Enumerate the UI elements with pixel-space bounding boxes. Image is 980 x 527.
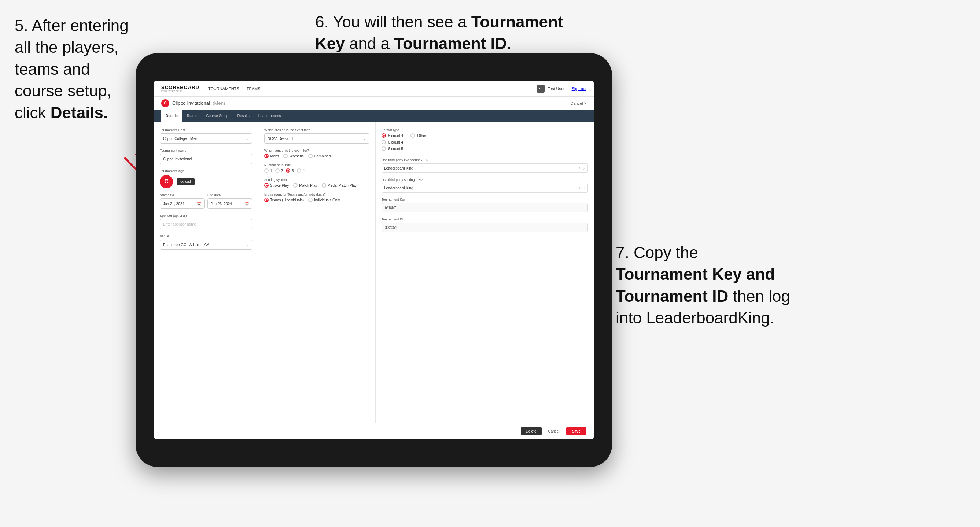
round-1-radio[interactable]	[264, 168, 269, 173]
division-label: Which division is the event for?	[264, 128, 369, 132]
individuals-only[interactable]: Individuals Only	[308, 198, 340, 202]
delete-button[interactable]: Delete	[521, 427, 542, 435]
teams-plus-individuals[interactable]: Teams (+Individuals)	[264, 198, 304, 202]
scoring-radio-group: Stroke Play Match Play Medal Match Play	[264, 183, 369, 187]
scoring-label: Scoring system	[264, 178, 369, 182]
tournament-name-input[interactable]: Clippd Invitational	[160, 154, 252, 164]
third-party-1-label: Use third-party live scoring API?	[382, 158, 588, 162]
main-content: Tournament Host Clippd College - Men Tou…	[154, 122, 594, 422]
tab-results[interactable]: Results	[233, 110, 254, 122]
sponsor-input[interactable]: Enter sponsor name	[160, 219, 252, 229]
calendar-icon: 📅	[197, 202, 201, 206]
round-3-radio[interactable]	[286, 168, 290, 173]
tournament-logo-group: Tournament logo C Upload	[160, 169, 252, 188]
brand-name: SCOREBOARD	[161, 85, 199, 90]
format-group: Format type 5 count 4 6 count 4	[382, 128, 588, 153]
sign-out-link[interactable]: Sign out	[572, 86, 586, 91]
end-date-input[interactable]: Jan 23, 2024 📅	[207, 198, 252, 209]
gender-mens[interactable]: Mens	[264, 154, 279, 158]
sub-header: C Clippd Invitational (Men) Cancel ×	[154, 97, 594, 110]
rounds-label: Number of rounds	[264, 163, 369, 167]
round-3[interactable]: 3	[286, 168, 294, 173]
format-other-radio[interactable]	[410, 133, 415, 138]
third-party-2-group: Use third-party scoring API? Leaderboard…	[382, 178, 588, 193]
gender-womens-radio[interactable]	[283, 154, 288, 158]
tournament-id-label: Tournament ID	[382, 217, 588, 221]
tabs-bar: Details Teams Course Setup Results Leade…	[154, 110, 594, 122]
end-date-label: End date	[207, 194, 252, 197]
nav-tournaments[interactable]: TOURNAMENTS	[208, 86, 239, 91]
tournament-name-group: Tournament name Clippd Invitational	[160, 149, 252, 164]
third-party-1-group: Use third-party live scoring API? Leader…	[382, 158, 588, 173]
format-label: Format type	[382, 128, 588, 132]
scoring-stroke-radio[interactable]	[264, 183, 269, 187]
save-button[interactable]: Save	[566, 427, 586, 435]
nav-right: TU Test User | Sign out	[536, 84, 586, 93]
annotation-top-right: 6. You will then see a Tournament Key an…	[315, 11, 565, 55]
dates-group: Start date Jan 21, 2024 📅 End date Jan 2…	[160, 194, 252, 209]
upload-button[interactable]: Upload	[177, 178, 195, 185]
teams-group: Is this event for Teams and/or Individua…	[264, 193, 369, 202]
tab-details[interactable]: Details	[161, 110, 182, 122]
scoring-match-radio[interactable]	[293, 183, 298, 187]
format-6count5-radio[interactable]	[382, 146, 386, 151]
format-6count4-radio[interactable]	[382, 140, 386, 144]
format-other[interactable]: Other	[410, 133, 426, 138]
gender-womens[interactable]: Womens	[283, 154, 304, 158]
venue-input[interactable]: Peachtree GC - Atlanta - GA	[160, 240, 252, 250]
tournament-icon: C	[161, 99, 169, 107]
sponsor-label: Sponsor (optional)	[160, 214, 252, 217]
division-input[interactable]: NCAA Division III	[264, 133, 369, 144]
gender-combined[interactable]: Combined	[308, 154, 331, 158]
col-right: Format type 5 count 4 6 count 4	[375, 122, 594, 422]
start-date-field: Start date Jan 21, 2024 📅	[160, 194, 205, 209]
third-party-2-label: Use third-party scoring API?	[382, 178, 588, 182]
top-nav: SCOREBOARD Powered by clippd TOURNAMENTS…	[154, 81, 594, 97]
tab-teams[interactable]: Teams	[182, 110, 202, 122]
scoring-match[interactable]: Match Play	[293, 183, 317, 187]
gender-combined-radio[interactable]	[308, 154, 313, 158]
logo-circle: C	[160, 175, 173, 188]
round-2[interactable]: 2	[275, 168, 283, 173]
tournament-host-group: Tournament Host Clippd College - Men	[160, 128, 252, 144]
round-4-radio[interactable]	[297, 168, 301, 173]
nav-teams[interactable]: TEAMS	[247, 86, 261, 91]
tournament-title: Clippd Invitational (Men)	[172, 100, 570, 106]
round-2-radio[interactable]	[275, 168, 280, 173]
start-date-input[interactable]: Jan 21, 2024 📅	[160, 198, 205, 209]
scoring-stroke[interactable]: Stroke Play	[264, 183, 289, 187]
gender-mens-radio[interactable]	[264, 154, 269, 158]
format-6count4[interactable]: 6 count 4	[382, 140, 403, 144]
clear-icon-2[interactable]: × ⌄	[579, 186, 585, 190]
col-middle: Which division is the event for? NCAA Di…	[258, 122, 375, 422]
round-1[interactable]: 1	[264, 168, 272, 173]
gender-radio-group: Mens Womens Combined	[264, 154, 369, 158]
teams-label: Is this event for Teams and/or Individua…	[264, 193, 369, 196]
tab-course-setup[interactable]: Course Setup	[202, 110, 233, 122]
nav-avatar: TU	[536, 84, 545, 93]
format-5count4[interactable]: 5 count 4	[382, 133, 403, 138]
tab-leaderboards[interactable]: Leaderboards	[254, 110, 285, 122]
venue-label: Venue	[160, 234, 252, 238]
start-date-label: Start date	[160, 194, 205, 197]
tournament-key-label: Tournament Key	[382, 198, 588, 202]
scoring-medal-radio[interactable]	[322, 183, 326, 187]
end-date-field: End date Jan 23, 2024 📅	[207, 194, 252, 209]
gender-label: Which gender is the event for?	[264, 149, 369, 152]
format-6count5[interactable]: 6 count 5	[382, 146, 403, 151]
date-row: Start date Jan 21, 2024 📅 End date Jan 2…	[160, 194, 252, 209]
third-party-1-input[interactable]: Leaderboard King × ⌄	[382, 163, 588, 173]
annotation-bottom-right: 7. Copy the Tournament Key and Tournamen…	[616, 242, 792, 329]
individuals-only-radio[interactable]	[308, 198, 313, 202]
format-5count4-radio[interactable]	[382, 133, 386, 138]
tournament-key-value: b#f6b7	[382, 203, 588, 213]
cancel-button-top[interactable]: Cancel ×	[570, 101, 586, 105]
clear-icon-1[interactable]: × ⌄	[579, 166, 585, 170]
round-4[interactable]: 4	[297, 168, 305, 173]
tournament-host-input[interactable]: Clippd College - Men	[160, 133, 252, 144]
tournament-name-label: Tournament name	[160, 149, 252, 152]
teams-plus-individuals-radio[interactable]	[264, 198, 269, 202]
third-party-2-input[interactable]: Leaderboard King × ⌄	[382, 183, 588, 193]
scoring-medal[interactable]: Medal Match Play	[322, 183, 356, 187]
cancel-button-bottom[interactable]: Cancel	[545, 427, 563, 435]
